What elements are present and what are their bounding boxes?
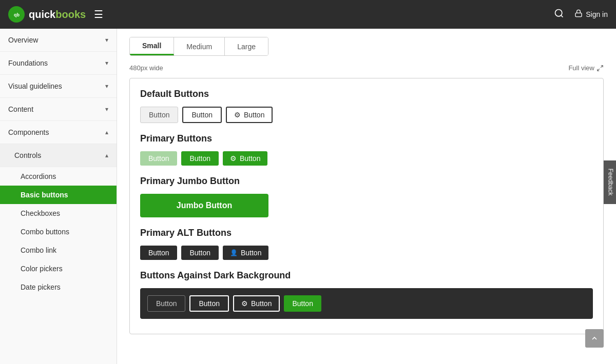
section-heading-primary-buttons: Primary Buttons <box>140 133 593 144</box>
primary-button-disabled[interactable]: Button <box>140 151 177 166</box>
chevron-up-icon: ▴ <box>105 129 108 136</box>
sidebar-item-components[interactable]: Components ▴ <box>0 121 117 144</box>
signin-label: Sign in <box>586 10 608 18</box>
sidebar-item-basic-buttons-label: Basic buttons <box>21 191 68 199</box>
primary-buttons-row: Button Button ⚙ Button <box>140 151 593 166</box>
sidebar-item-accordions-label: Accordions <box>21 172 56 180</box>
section-heading-default-buttons: Default Buttons <box>140 89 593 99</box>
scroll-to-top-button[interactable] <box>585 329 604 348</box>
chevron-up-icon: ▴ <box>105 152 108 159</box>
quickbooks-logo-icon: qb <box>8 6 25 23</box>
sidebar-item-overview-label: Overview <box>8 36 38 44</box>
sidebar-item-foundations[interactable]: Foundations ▾ <box>0 52 117 75</box>
sidebar-controls-label: Controls <box>14 151 41 159</box>
sidebar-item-content[interactable]: Content ▾ <box>0 98 117 121</box>
feedback-button[interactable]: Feedback <box>604 160 616 204</box>
topnav-right-area: Sign in <box>554 8 608 21</box>
jumbo-button[interactable]: Jumbo Button <box>140 194 268 217</box>
sidebar-item-checkboxes-label: Checkboxes <box>21 209 60 217</box>
default-button-1[interactable]: Button <box>140 107 178 123</box>
dark-outlined-button[interactable]: Button <box>189 295 228 312</box>
section-heading-dark-buttons: Buttons Against Dark Background <box>140 270 593 281</box>
tab-large[interactable]: Large <box>225 37 268 55</box>
alt-button-1[interactable]: Button <box>140 246 177 260</box>
default-button-2[interactable]: Button <box>182 107 221 123</box>
preview-frame: Default Buttons Button Button ⚙ Button P… <box>129 78 604 334</box>
alt-button-3[interactable]: 👤 Button <box>223 246 268 260</box>
svg-text:qb: qb <box>14 12 20 17</box>
section-heading-jumbo-button: Primary Jumbo Button <box>140 176 593 187</box>
top-navigation: qb quickbooks ☰ Sign in <box>0 0 616 29</box>
dark-outlined-icon-button[interactable]: ⚙ Button <box>233 295 280 312</box>
gear-icon: ⚙ <box>230 154 237 163</box>
search-icon <box>554 8 564 18</box>
size-tabs: Small Medium Large <box>129 37 268 56</box>
tab-small[interactable]: Small <box>130 37 174 55</box>
dark-ghost-button[interactable]: Button <box>147 295 185 312</box>
default-button-3[interactable]: ⚙ Button <box>226 107 273 123</box>
sidebar-item-foundations-label: Foundations <box>8 59 48 67</box>
svg-rect-4 <box>575 13 582 16</box>
default-buttons-row: Button Button ⚙ Button <box>140 107 593 123</box>
dark-background-buttons-row: Button Button ⚙ Button Button <box>140 288 593 319</box>
svg-line-3 <box>561 15 563 17</box>
main-content-area: Small Medium Large 480px wide Full view … <box>117 29 616 364</box>
lock-icon <box>574 9 583 19</box>
full-view-button[interactable]: Full view <box>568 64 604 72</box>
sidebar-item-accordions[interactable]: Accordions <box>0 167 117 186</box>
sidebar-item-date-pickers-label: Date pickers <box>21 283 61 291</box>
hamburger-menu-button[interactable]: ☰ <box>94 8 103 21</box>
sidebar-item-color-pickers-label: Color pickers <box>21 265 63 273</box>
sidebar-item-combo-link[interactable]: Combo link <box>0 241 117 259</box>
sidebar: Overview ▾ Foundations ▾ Visual guidelin… <box>0 29 117 364</box>
sidebar-item-visual-guidelines-label: Visual guidelines <box>8 82 62 90</box>
sidebar-item-components-label: Components <box>8 128 49 136</box>
chevron-down-icon: ▾ <box>105 106 108 113</box>
sidebar-item-visual-guidelines[interactable]: Visual guidelines ▾ <box>0 75 117 98</box>
primary-button-icon[interactable]: ⚙ Button <box>223 151 267 166</box>
quickbooks-logo-text: quickbooks <box>29 9 86 21</box>
signin-button[interactable]: Sign in <box>574 9 608 19</box>
logo-area: qb quickbooks <box>8 6 86 23</box>
chevron-down-icon: ▾ <box>105 83 108 90</box>
sidebar-item-combo-buttons[interactable]: Combo buttons <box>0 223 117 241</box>
viewport-bar: 480px wide Full view <box>129 64 604 72</box>
alt-buttons-row: Button Button 👤 Button <box>140 246 593 260</box>
section-heading-alt-buttons: Primary ALT Buttons <box>140 228 593 238</box>
jumbo-button-row: Jumbo Button <box>140 194 593 217</box>
chevron-up-icon <box>590 334 599 342</box>
chevron-down-icon: ▾ <box>105 59 108 67</box>
main-layout: Overview ▾ Foundations ▾ Visual guidelin… <box>0 29 616 364</box>
tab-medium[interactable]: Medium <box>174 37 225 55</box>
sidebar-item-date-pickers[interactable]: Date pickers <box>0 278 117 296</box>
sidebar-controls-section[interactable]: Controls ▴ <box>0 144 117 167</box>
alt-button-2[interactable]: Button <box>181 246 218 260</box>
gear-icon: ⚙ <box>241 299 248 308</box>
sidebar-item-combo-buttons-label: Combo buttons <box>21 228 69 236</box>
svg-point-2 <box>555 9 562 16</box>
sidebar-item-color-pickers[interactable]: Color pickers <box>0 259 117 278</box>
sidebar-item-overview[interactable]: Overview ▾ <box>0 29 117 52</box>
sidebar-item-basic-buttons[interactable]: Basic buttons <box>0 186 117 204</box>
chevron-down-icon: ▾ <box>105 36 108 44</box>
expand-icon <box>596 65 604 72</box>
sidebar-item-checkboxes[interactable]: Checkboxes <box>0 204 117 223</box>
sidebar-item-content-label: Content <box>8 105 33 113</box>
viewport-label: 480px wide <box>129 64 163 72</box>
svg-line-6 <box>598 69 600 71</box>
person-icon: 👤 <box>230 249 238 256</box>
sidebar-item-combo-link-label: Combo link <box>21 246 56 254</box>
search-button[interactable] <box>554 8 564 21</box>
full-view-label: Full view <box>568 64 594 72</box>
primary-button[interactable]: Button <box>181 151 218 166</box>
svg-line-5 <box>601 65 603 67</box>
dark-primary-button[interactable]: Button <box>284 295 321 312</box>
gear-icon: ⚙ <box>234 111 241 119</box>
